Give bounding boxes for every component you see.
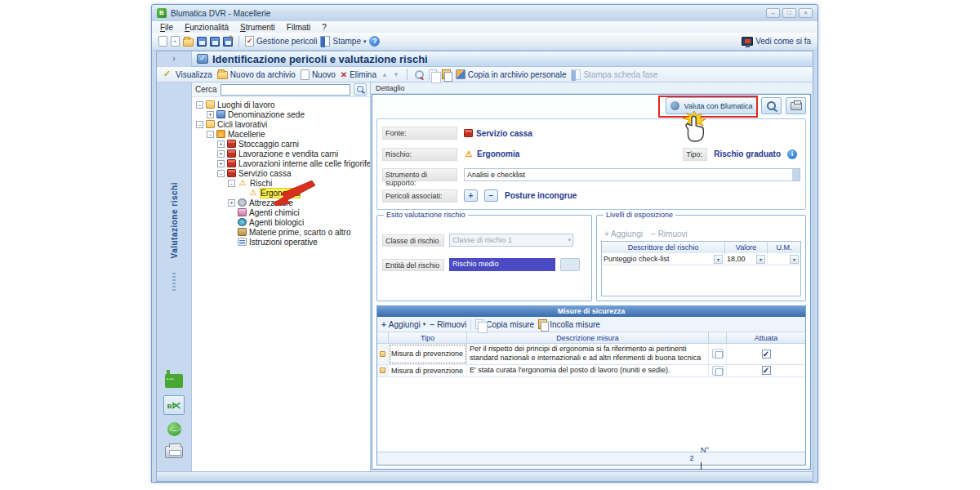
visualizza-icon: [163, 69, 173, 79]
menu-file[interactable]: File: [160, 23, 173, 32]
valuta-icon: [670, 101, 679, 110]
open-folder-icon[interactable]: [183, 38, 194, 47]
folder-icon: [206, 100, 215, 109]
stampe-icon: [320, 36, 330, 47]
strumento-input[interactable]: Analisi e checklist: [464, 168, 800, 181]
save-as-icon[interactable]: [223, 37, 233, 47]
search-risk-icon[interactable]: [415, 70, 424, 79]
help-icon[interactable]: ?: [369, 36, 380, 47]
misure-aggiungi-button[interactable]: +Aggiungi▾: [381, 320, 425, 329]
copy-icon: [475, 319, 483, 329]
detail-box: Valuta con Blumatica: [372, 94, 811, 470]
nuovo-da-archivio-button[interactable]: Nuovo da archivio: [217, 69, 296, 79]
classe-rischio-select[interactable]: Classe di rischio 1: [449, 234, 573, 247]
phase-icon: [227, 149, 236, 158]
minimize-button[interactable]: –: [766, 8, 780, 18]
menu-strumenti[interactable]: Strumenti: [240, 23, 275, 32]
annotation-hand-cursor: [680, 111, 708, 144]
search-input[interactable]: [220, 84, 350, 96]
move-down-button[interactable]: ▼: [393, 71, 399, 78]
nuovo-button[interactable]: Nuovo: [301, 69, 336, 80]
splitter-grip[interactable]: [172, 273, 176, 291]
menu-help[interactable]: ?: [322, 23, 327, 32]
note-button[interactable]: [712, 349, 724, 359]
new-from-template-icon[interactable]: [171, 36, 180, 47]
stampe-button[interactable]: Stampe ▾: [320, 36, 366, 47]
tree-item-lavorazioni-celle[interactable]: +Lavorazioni interne alle celle frigorif…: [192, 158, 370, 168]
stampa-scheda-fase-button[interactable]: Stampa scheda fase: [571, 69, 657, 80]
vedi-come-si-fa-button[interactable]: Vedi come si fa: [742, 37, 811, 46]
copy-icon[interactable]: [429, 69, 437, 79]
collapse-panel-button[interactable]: ›: [168, 54, 180, 65]
tree-item-istruzioni-operative[interactable]: Istruzioni operative: [192, 237, 370, 247]
attuata-checkbox[interactable]: ✓: [762, 366, 771, 375]
gestione-pericoli-button[interactable]: Gestione pericoli: [245, 36, 317, 47]
misura-row-2[interactable]: Misura di prevenzione E' stata curata l'…: [377, 365, 805, 377]
search-icon[interactable]: [354, 83, 367, 96]
new-document-icon[interactable]: [158, 36, 167, 47]
tree-item-denominazione-sede[interactable]: +Denominazione sede: [192, 109, 370, 119]
dvr-logo-icon: ʙ⋉: [167, 400, 181, 411]
tree-item-cicli-lavorativi[interactable]: -Cicli lavorativi: [192, 119, 370, 129]
globe-icon[interactable]: [167, 422, 181, 436]
document-icon: [238, 238, 247, 246]
search-row: Cerca: [192, 82, 370, 97]
screenshot-page: B Blumatica DVR - Macellerie – □ × File …: [0, 0, 980, 490]
paste-icon[interactable]: [442, 69, 451, 79]
printer-icon[interactable]: [165, 446, 183, 458]
navigation-tree: -Luoghi di lavoro +Denominazione sede -C…: [192, 97, 370, 471]
tree-item-lavorazione-vendita[interactable]: +Lavorazione e vendita carni: [192, 149, 370, 158]
livelli-toolbar: + Aggiungi − Rimuovi: [601, 227, 801, 241]
copia-misure-button[interactable]: Copia misure: [475, 319, 534, 329]
incolla-misure-button[interactable]: Incolla misure: [538, 319, 600, 329]
dvr-logo-button[interactable]: ʙ⋉: [163, 395, 185, 415]
misure-footer: N° 2: [377, 452, 805, 465]
menu-filmati[interactable]: Filmati: [287, 23, 310, 32]
status-bar: [157, 471, 813, 481]
misure-rimuovi-button[interactable]: −Rimuovi: [430, 320, 466, 329]
visualizza-button[interactable]: Visualizza: [163, 69, 212, 79]
app-window: B Blumatica DVR - Macellerie – □ × File …: [151, 4, 818, 483]
tree-item-agenti-chimici[interactable]: Agenti chimici: [192, 207, 370, 217]
print-button[interactable]: [786, 97, 806, 114]
note-button[interactable]: [712, 366, 724, 376]
entita-matrix-button[interactable]: ···: [560, 258, 580, 271]
col-descrizione: Descrizione misura: [467, 332, 709, 343]
window-title: Blumatica DVR - Macellerie: [171, 9, 270, 18]
save-all-icon[interactable]: [210, 37, 220, 47]
valutazione-rischi-tab[interactable]: Valutazione rischi: [170, 182, 179, 258]
valore-dropdown-icon[interactable]: ▾: [756, 255, 765, 264]
info-icon[interactable]: i: [787, 149, 797, 159]
tree-item-stoccaggio-carni[interactable]: +Stoccaggio carni: [192, 139, 370, 149]
livelli-aggiungi-button[interactable]: + Aggiungi: [604, 229, 643, 238]
menu-funzionalita[interactable]: Funzionalità: [185, 23, 229, 32]
move-up-button[interactable]: ▲: [381, 71, 388, 78]
factory-icon[interactable]: [165, 374, 183, 388]
tree-item-agenti-biologici[interactable]: Agenti biologici: [192, 217, 370, 227]
copia-in-archivio-button[interactable]: Copia in archivio personale: [456, 69, 567, 79]
um-dropdown-icon[interactable]: ▾: [790, 255, 799, 264]
page-header-icon: [197, 54, 208, 64]
attuata-checkbox[interactable]: ✓: [762, 350, 771, 359]
elimina-button[interactable]: ✕ Elimina: [341, 70, 376, 79]
misura-row-1[interactable]: Misura di prevenzione Per il rispetto de…: [377, 344, 805, 365]
descrittore-dropdown-icon[interactable]: ▾: [714, 255, 723, 264]
preview-button[interactable]: [761, 97, 782, 114]
livelli-rimuovi-button[interactable]: − Rimuovi: [651, 229, 688, 238]
tree-item-luoghi-di-lavoro[interactable]: -Luoghi di lavoro: [192, 100, 370, 109]
close-button[interactable]: ×: [799, 8, 813, 18]
text-caret: [701, 462, 702, 470]
sidebar-collapse-cell: ›: [157, 51, 192, 67]
livelli-row[interactable]: Punteggio check-list▾ 18,00▾ ▾: [602, 253, 800, 265]
esito-title: Esito valutazione rischio: [384, 211, 468, 219]
valuta-con-blumatica-button[interactable]: Valuta con Blumatica: [666, 97, 757, 114]
home-icon: ⌂: [216, 130, 225, 138]
add-pericolo-button[interactable]: +: [464, 189, 478, 202]
tree-item-macellerie[interactable]: -⌂Macellerie: [192, 129, 370, 139]
tree-item-materie-prime[interactable]: Materie prime, scarto o altro: [192, 227, 370, 237]
maximize-button[interactable]: □: [782, 8, 796, 18]
save-icon[interactable]: [197, 37, 207, 47]
secondary-toolbar: Visualizza Nuovo da archivio Nuovo ✕ Eli…: [157, 67, 813, 82]
remove-pericolo-button[interactable]: −: [484, 189, 498, 202]
tree-item-servizio-cassa[interactable]: -Servizio cassa: [192, 168, 370, 178]
